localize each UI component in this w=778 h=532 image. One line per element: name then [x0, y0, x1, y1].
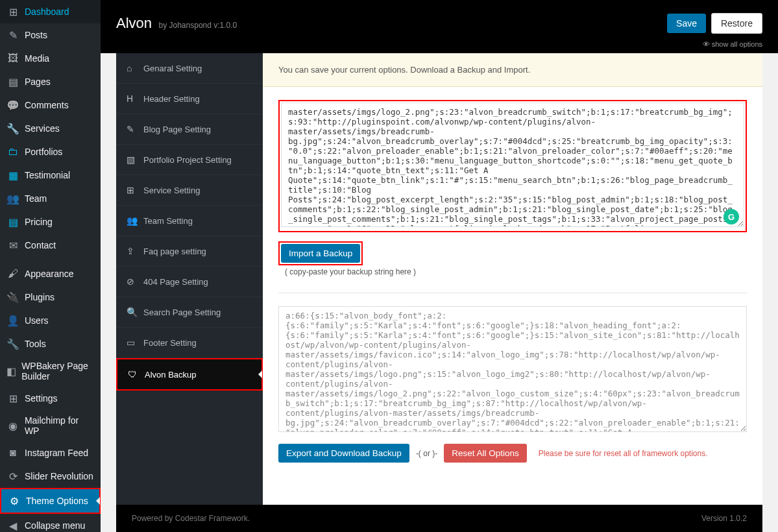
sidebar-item-plugins[interactable]: 🔌Plugins	[0, 285, 101, 309]
sidebar-item-posts[interactable]: ✎Posts	[0, 23, 101, 47]
sidebar-item-testimonial[interactable]: ▦Testimonial	[0, 163, 101, 187]
sidebar-item-label: Pages	[25, 77, 51, 87]
theme-header: Alvon by Johanspond v:1.0.0 Save Restore	[101, 0, 778, 39]
restore-button[interactable]: Restore	[711, 13, 762, 34]
sidebar-item-label: Users	[25, 315, 49, 326]
404-icon: ⊘	[127, 276, 137, 287]
export-textarea[interactable]	[278, 306, 747, 432]
sidebar-item-collapse[interactable]: ◀Collapse menu	[0, 514, 101, 532]
sidebar-item-settings[interactable]: ⊞Settings	[0, 387, 101, 410]
sidebar-item-label: Services	[25, 123, 60, 134]
slider-icon: ⟳	[6, 470, 19, 483]
sidebar-item-label: Testimonial	[25, 170, 70, 180]
option-tab-label: Header Setting	[143, 94, 200, 104]
sidebar-item-label: Appearance	[25, 269, 74, 279]
sidebar-item-label: Collapse menu	[25, 520, 85, 531]
sidebar-item-label: Dashboard	[25, 6, 69, 17]
option-tab-footer[interactable]: ▭Footer Setting	[116, 328, 263, 358]
import-textarea[interactable]	[281, 103, 744, 227]
sidebar-item-label: Mailchimp for WP	[25, 415, 95, 436]
sidebar-item-team[interactable]: 👥Team	[0, 187, 101, 210]
sidebar-item-instagram[interactable]: ◙Instagram Feed	[0, 441, 101, 465]
option-tab-team[interactable]: 👥Team Setting	[116, 206, 263, 236]
sidebar-item-wpbakery[interactable]: ◧WPBakery Page Builder	[0, 356, 101, 387]
sidebar-item-dashboard[interactable]: ⊞Dashboard	[0, 0, 101, 23]
comments-icon: 💬	[6, 99, 19, 112]
main-content: Alvon by Johanspond v:1.0.0 Save Restore…	[101, 0, 778, 532]
or-text: -( or )-	[416, 449, 437, 458]
sidebar-item-label: Portfolios	[25, 147, 62, 157]
option-tab-search[interactable]: 🔍Search Page Setting	[116, 297, 263, 328]
footer-icon: ▭	[127, 337, 137, 348]
notice-bar: You can save your current options. Downl…	[263, 53, 762, 87]
sidebar-item-label: Media	[25, 53, 49, 64]
option-tab-portfolio[interactable]: ▧Portfolio Project Setting	[116, 145, 263, 175]
sidebar-item-users[interactable]: 👤Users	[0, 309, 101, 332]
option-tab-faq[interactable]: ⇪Faq page setting	[116, 236, 263, 267]
testimonial-icon: ▦	[6, 169, 19, 182]
option-tab-label: Genaral Setting	[143, 64, 202, 73]
reset-warning: Please be sure for reset all of framewor…	[539, 449, 708, 458]
pricing-icon: ▤	[6, 215, 19, 228]
option-tab-label: Faq page setting	[143, 247, 206, 256]
sidebar-item-label: Plugins	[25, 292, 55, 302]
sidebar-item-label: Team	[25, 193, 47, 204]
sidebar-item-appearance[interactable]: 🖌Appearance	[0, 262, 101, 285]
option-tab-general[interactable]: ⌂Genaral Setting	[116, 53, 263, 84]
export-download-button[interactable]: Export and Download Backup	[278, 444, 409, 463]
import-backup-button[interactable]: Import a Backup	[281, 244, 360, 263]
grammarly-icon[interactable]	[723, 209, 739, 224]
option-tab-404[interactable]: ⊘404 Page Setting	[116, 267, 263, 297]
team-icon: 👥	[127, 215, 137, 226]
sidebar-item-theme-options[interactable]: ⚙Theme Options	[0, 488, 101, 514]
settings-icon: ⊞	[6, 392, 19, 405]
sidebar-item-slider[interactable]: ⟳Slider Revolution	[0, 465, 101, 488]
option-tab-label: Blog Page Setting	[143, 125, 211, 134]
theme-footer: Powered by Codestar Framework. Version 1…	[116, 505, 762, 532]
appearance-icon: 🖌	[6, 267, 19, 280]
instagram-icon: ◙	[6, 446, 19, 459]
wpbakery-icon: ◧	[6, 365, 16, 378]
sidebar-item-contact[interactable]: ✉Contact	[0, 234, 101, 257]
media-icon: 🖾	[6, 52, 19, 65]
option-tab-service[interactable]: ⊞Service Setting	[116, 175, 263, 206]
import-hint: ( copy-paste your backup string here )	[285, 267, 416, 276]
options-sidebar: ⌂Genaral SettingHHeader Setting✎Blog Pag…	[116, 53, 263, 505]
sidebar-item-portfolios[interactable]: 🗀Portfolios	[0, 140, 101, 163]
option-tab-label: Service Setting	[143, 186, 200, 195]
sidebar-item-label: WPBakery Page Builder	[21, 361, 95, 381]
mailchimp-icon: ◉	[6, 419, 19, 432]
collapse-icon: ◀	[6, 519, 19, 532]
sidebar-item-label: Posts	[25, 30, 47, 40]
option-tab-backup[interactable]: 🛡Alvon Backup	[116, 358, 263, 391]
sidebar-item-comments[interactable]: 💬Comments	[0, 93, 101, 117]
sidebar-item-mailchimp[interactable]: ◉Mailchimp for WP	[0, 410, 101, 441]
posts-icon: ✎	[6, 29, 19, 42]
users-icon: 👤	[6, 314, 19, 327]
pages-icon: ▤	[6, 75, 19, 88]
theme-title: Alvon	[116, 15, 152, 31]
option-tab-label: Search Page Setting	[143, 308, 221, 317]
team-icon: 👥	[6, 192, 19, 205]
option-tab-label: Team Setting	[143, 216, 193, 226]
sidebar-item-tools[interactable]: 🔧Tools	[0, 332, 101, 356]
sidebar-item-pages[interactable]: ▤Pages	[0, 70, 101, 93]
sidebar-item-label: Comments	[25, 100, 69, 110]
sidebar-item-media[interactable]: 🖾Media	[0, 47, 101, 70]
backup-panel: You can save your current options. Downl…	[263, 53, 762, 505]
sidebar-item-label: Pricing	[25, 217, 53, 227]
reset-all-button[interactable]: Reset All Options	[444, 444, 527, 463]
show-all-options-link[interactable]: 👁 show all options	[101, 39, 778, 53]
dashboard-icon: ⊞	[6, 5, 19, 18]
sidebar-item-pricing[interactable]: ▤Pricing	[0, 210, 101, 234]
header-icon: H	[127, 93, 137, 104]
wp-admin-sidebar: ⊞Dashboard✎Posts🖾Media▤Pages💬Comments🔧Se…	[0, 0, 101, 532]
blog-icon: ✎	[127, 124, 137, 134]
faq-icon: ⇪	[127, 246, 137, 256]
save-button[interactable]: Save	[667, 14, 706, 33]
sidebar-item-services[interactable]: 🔧Services	[0, 117, 101, 140]
option-tab-blog[interactable]: ✎Blog Page Setting	[116, 114, 263, 145]
sidebar-item-label: Theme Options	[26, 496, 88, 506]
option-tab-header[interactable]: HHeader Setting	[116, 84, 263, 114]
sidebar-item-label: Instagram Feed	[25, 448, 88, 458]
